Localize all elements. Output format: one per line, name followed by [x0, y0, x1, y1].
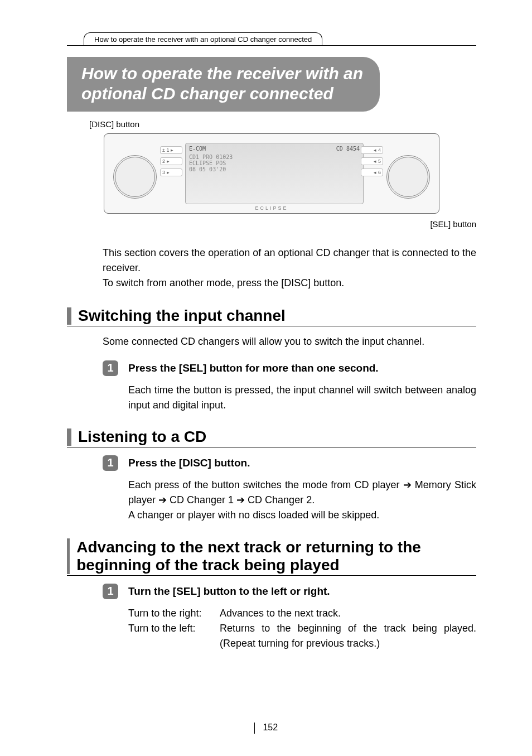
step-number-badge: 1	[103, 455, 118, 471]
step-row: 1 Turn the [SEL] button to the left or r…	[103, 584, 476, 599]
page-title-banner: How to operate the receiver with an opti…	[67, 57, 380, 112]
step-detail: Each time the button is pressed, the inp…	[128, 383, 476, 413]
step-instruction: Turn the [SEL] button to the left or rig…	[128, 584, 330, 599]
lcd-line2: ECLIPSE POS	[189, 160, 360, 166]
step-row: 1 Press the [DISC] button.	[103, 455, 476, 471]
brand-footer: ECLIPSE	[104, 205, 439, 211]
turn-right-text: Advances to the next track.	[220, 606, 476, 621]
turn-right-label: Turn to the right:	[128, 606, 216, 621]
section-title-text: Switching the input channel	[78, 307, 286, 325]
callout-disc-button: [DISC] button	[89, 119, 476, 129]
right-preset-buttons: ◂ 4◂ 5◂ 6	[361, 146, 383, 180]
page-title-line2: optional CD changer connected	[81, 84, 363, 104]
step-number-badge: 1	[103, 360, 118, 376]
section-heading-listening: Listening to a CD	[67, 428, 476, 447]
page-number: 152	[0, 723, 532, 734]
step-number-badge: 1	[103, 584, 118, 599]
step-instruction: Press the [DISC] button.	[128, 455, 250, 471]
section-accent-bar	[67, 307, 71, 325]
receiver-diagram: ± 1 ▸2 ▸3 ▸ E-COM CD 8454 CD1 PRO 01023 …	[104, 133, 439, 214]
section-desc: Some connected CD changers will allow yo…	[103, 334, 476, 349]
step-detail: Each press of the button switches the mo…	[128, 478, 476, 523]
left-preset-buttons: ± 1 ▸2 ▸3 ▸	[160, 146, 182, 180]
section-accent-bar	[67, 428, 71, 446]
econ-logo: E-COM	[189, 146, 206, 152]
model-label: CD 8454	[336, 146, 360, 152]
section-accent-bar	[67, 538, 70, 574]
breadcrumb-text: How to operate the receiver with an opti…	[94, 35, 312, 44]
section-heading-advancing: Advancing to the next track or returning…	[67, 538, 476, 576]
left-knob-icon	[113, 155, 157, 199]
step-row: 1 Press the [SEL] button for more than o…	[103, 360, 476, 376]
section-title-text: Listening to a CD	[78, 428, 206, 446]
turn-left-text: Returns to the beginning of the track be…	[220, 621, 476, 651]
turn-left-label: Turn to the left:	[128, 621, 216, 651]
section-title-text: Advancing to the next track or returning…	[76, 538, 476, 574]
section-heading-switching: Switching the input channel	[67, 307, 476, 326]
intro-text: This section covers the operation of an …	[103, 245, 476, 291]
callout-sel-button: [SEL] button	[67, 219, 476, 229]
turn-direction-table: Turn to the right: Advances to the next …	[128, 606, 476, 651]
lcd-line1: CD1 PRO 01023	[189, 154, 360, 160]
page-title-line1: How to operate the receiver with an	[81, 64, 363, 84]
right-knob-icon	[386, 155, 430, 199]
top-divider	[67, 45, 476, 46]
lcd-line3: 08 05 03'20	[189, 166, 360, 172]
receiver-lcd: E-COM CD 8454 CD1 PRO 01023 ECLIPSE POS …	[185, 143, 364, 204]
step-instruction: Press the [SEL] button for more than one…	[128, 360, 379, 376]
breadcrumb-tab: How to operate the receiver with an opti…	[84, 32, 322, 45]
